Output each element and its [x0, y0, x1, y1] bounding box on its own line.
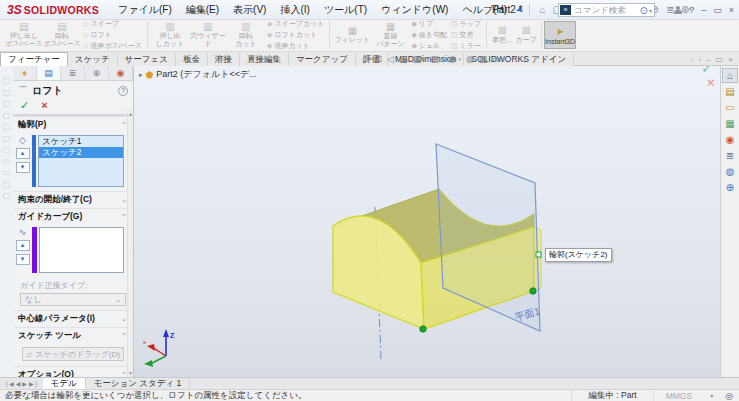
view-palette-icon[interactable]: ▦ — [722, 116, 738, 131]
3d-printing-icon[interactable]: ⊕ — [722, 180, 738, 195]
solidworks-forum-icon[interactable]: ◍ — [722, 164, 738, 179]
scroll-up-icon[interactable]: ▲ — [128, 111, 133, 117]
displaymanager-tab[interactable]: ◉ — [109, 66, 133, 80]
user-account-icon[interactable] — [674, 6, 682, 15]
view-toolbar-icon[interactable]: ▢ — [3, 111, 11, 120]
zoom-to-area-icon[interactable]: ⊡ — [375, 53, 383, 65]
view-toolbar-icon[interactable]: ▢ — [3, 180, 11, 189]
dropdown-caret[interactable]: ▾ — [503, 56, 506, 62]
panel-scrollbar[interactable]: ▲ ▼ — [127, 110, 133, 377]
menu-item[interactable]: 挿入(I) — [273, 0, 316, 19]
tags-icon[interactable]: ◎ — [719, 391, 739, 401]
ok-button[interactable]: ✓ — [20, 100, 29, 111]
next-tab-icon[interactable]: ▶ — [22, 379, 27, 389]
feature-tree-breadcrumb[interactable]: ▸ ⬟ Part2 (デフォルト<<デ... — [139, 68, 257, 81]
dropdown-caret[interactable]: ▾ — [458, 56, 461, 62]
solidworks-resources-icon[interactable]: ⌂ — [722, 68, 738, 83]
menu-item[interactable]: 表示(V) — [226, 0, 273, 19]
view-toolbar-icon[interactable]: ◇ — [3, 157, 9, 166]
view-toolbar-icon[interactable]: ▭ — [3, 168, 11, 177]
units-indicator[interactable]: MMGS — [653, 391, 704, 401]
featuremanager-tab[interactable]: ♦ — [13, 66, 37, 80]
child-minimize-button[interactable]: – — [706, 55, 710, 64]
move-down-button[interactable]: ▼ — [16, 162, 30, 173]
loft-connector-point[interactable] — [530, 288, 536, 294]
search-dropdown-icon[interactable]: ▾ — [649, 7, 652, 14]
child-restore-button[interactable]: ▭ — [716, 55, 724, 64]
profile-list-item[interactable]: スケッチ1 — [39, 136, 123, 147]
study-tab[interactable]: モーション スタディ 1 — [86, 378, 191, 389]
dropdown-caret[interactable]: ▾ — [423, 56, 426, 62]
command-tab[interactable]: マークアップ — [289, 53, 356, 66]
menu-item[interactable]: ツール(T) — [317, 0, 374, 19]
first-tab-icon[interactable]: ❘◀ — [4, 379, 14, 389]
expand-caret-icon[interactable]: ▸ — [139, 71, 143, 79]
command-tab[interactable]: 溶接 — [208, 53, 240, 66]
menu-item[interactable]: ファイル(F) — [111, 0, 179, 19]
command-tab[interactable]: 直接編集 — [240, 53, 289, 66]
study-tab[interactable]: モデル — [43, 378, 86, 389]
command-tab[interactable]: フィーチャー — [0, 52, 68, 66]
design-library-icon[interactable]: ▤ — [722, 84, 738, 99]
options-section-header[interactable]: オプション(O) ⌃ — [13, 366, 133, 377]
dropdown-caret[interactable]: ▾ — [441, 56, 444, 62]
scroll-down-icon[interactable]: ▼ — [128, 370, 133, 376]
view-toolbar-icon[interactable]: ▢ — [3, 99, 11, 108]
view-toolbar-icon[interactable]: ▢ — [3, 122, 11, 131]
help-icon[interactable]: ? — [118, 86, 128, 96]
search-input[interactable] — [574, 5, 640, 15]
cancel-button[interactable]: × — [41, 100, 47, 111]
last-tab-icon[interactable]: ▶❘ — [29, 379, 39, 389]
propertymanager-tab[interactable]: ▤ — [37, 66, 61, 80]
guide-curves-section-header[interactable]: ガイドカーブ(G) ⌃ — [13, 208, 133, 225]
profile-list-item[interactable]: スケッチ2 — [39, 147, 123, 158]
move-down-button[interactable]: ▼ — [16, 254, 30, 265]
sketch-tools-section-header[interactable]: スケッチ ツール ⌃ — [13, 327, 133, 344]
profiles-section-header[interactable]: 輪郭(P) ⌃ — [13, 116, 133, 133]
search-scope-icon[interactable]: » — [560, 5, 571, 15]
menu-item[interactable]: 編集(E) — [179, 0, 226, 19]
custom-properties-icon[interactable]: ≣ — [722, 148, 738, 163]
search-icon[interactable]: ⊙ — [640, 5, 648, 16]
profiles-list[interactable]: スケッチ1スケッチ2 — [38, 135, 124, 187]
child-close-button[interactable]: × — [728, 55, 733, 64]
previous-view-icon[interactable]: ◁ — [387, 53, 394, 65]
instant3d-button[interactable]: ➤ Instant3D — [544, 21, 576, 49]
view-toolbar-icon[interactable]: ▢ — [3, 134, 11, 143]
zoom-to-fit-icon[interactable]: ⊙ — [362, 53, 370, 65]
view-settings-icon[interactable]: ▭ — [492, 53, 501, 65]
move-up-button[interactable]: ▲ — [16, 148, 30, 159]
pane-icon[interactable]: ▫ — [691, 55, 694, 64]
centerline-section-header[interactable]: 中心線パラメータ(I) ⌄ — [13, 310, 133, 327]
menu-item[interactable]: ウィンドウ(W) — [374, 0, 455, 19]
view-orientation-icon[interactable]: ▦ — [413, 53, 422, 65]
command-tab[interactable]: 板金 — [176, 53, 208, 66]
loft-connector-point[interactable] — [420, 326, 426, 332]
view-toolbar-icon[interactable]: ▢ — [3, 88, 11, 97]
view-toolbar-icon[interactable]: ▢ — [3, 145, 11, 154]
help-icon[interactable]: ? — [689, 5, 694, 15]
view-toolbar-icon[interactable]: ▢ — [3, 191, 11, 200]
dimxpertmanager-tab[interactable]: ⊕ — [85, 66, 109, 80]
appearances-scenes-icon[interactable]: ◉ — [722, 132, 738, 147]
move-up-button[interactable]: ▲ — [16, 240, 30, 251]
configurationmanager-tab[interactable]: ≣ — [61, 66, 85, 80]
section-view-icon[interactable]: ◪ — [399, 53, 408, 65]
pane-icon[interactable]: ▫ — [698, 55, 701, 64]
command-search[interactable]: » ⊙ ▾ — [558, 3, 655, 17]
confirm-cancel-icon[interactable]: × — [707, 75, 715, 90]
view-toolbar-icon[interactable]: ▢ — [3, 76, 11, 85]
command-tab[interactable]: サーフェス — [118, 53, 176, 66]
connector-handle[interactable] — [536, 252, 541, 257]
prev-tab-icon[interactable]: ◀ — [16, 379, 21, 389]
edit-appearance-icon[interactable]: ◍ — [466, 53, 474, 65]
graphics-viewport[interactable]: 平面1 ▸ ⬟ Part2 (デフォルト<<デ... 輪郭(スケッチ2) ✓ ×… — [134, 66, 720, 377]
display-style-icon[interactable]: ◫ — [431, 53, 440, 65]
restore-button[interactable]: ▭ — [713, 5, 722, 15]
hide-show-items-icon[interactable]: ◉ — [449, 53, 457, 65]
apply-scene-icon[interactable]: ▨ — [479, 53, 488, 65]
guide-curves-list[interactable] — [39, 227, 124, 273]
close-button[interactable]: × — [729, 5, 734, 15]
file-explorer-icon[interactable]: ▭ — [722, 100, 738, 115]
units-dropdown-icon[interactable]: ▾ — [704, 392, 719, 399]
